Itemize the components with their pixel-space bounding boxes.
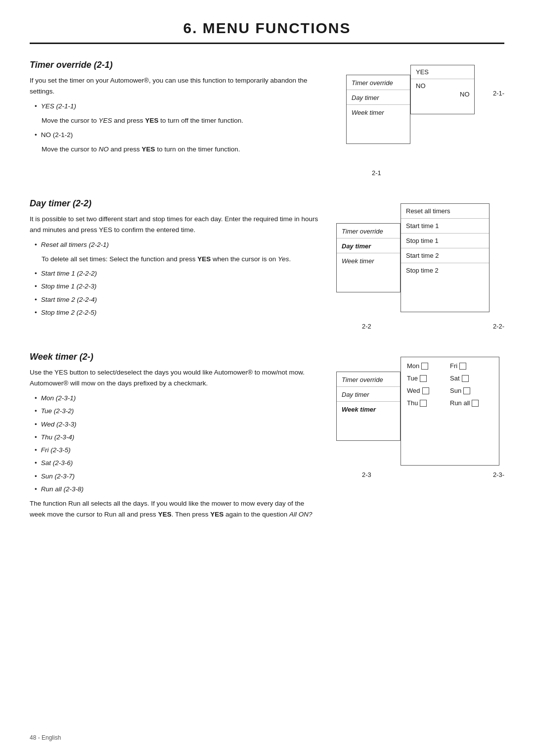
day-thu: Thu [407, 398, 450, 408]
bullet-start1: Start time 1 (2-2-2) [35, 269, 321, 279]
bullet-start1-label: Start time 1 (2-2-2) [41, 269, 97, 279]
day-runall-checkbox [472, 400, 479, 407]
bullet-start2: Start time 2 (2-2-4) [35, 295, 321, 305]
diagram-23-left-label: 2-3 [362, 471, 371, 478]
section-day-timer: Day timer (2-2) It is possible to set tw… [30, 198, 504, 332]
bullet-sat: Sat (2-3-6) [35, 458, 321, 468]
bullet-tue: Tue (2-3-2) [35, 406, 321, 416]
left-box-23-item1: Timer override [337, 372, 400, 387]
day-mon: Mon [407, 361, 450, 371]
bullet-fri-label: Fri (2-3-5) [41, 445, 71, 455]
left-box-23-item3: Week timer [337, 402, 400, 416]
bullet-thu-label: Thu (2-3-4) [41, 432, 75, 442]
section1-left: Timer override (2-1) If you set the time… [30, 60, 321, 179]
day-runall-label: Run all [450, 399, 470, 407]
diagram-22-right-label: 2-2- [493, 323, 504, 330]
day-sun-checkbox [463, 387, 470, 394]
section2-bullets2: Start time 1 (2-2-2) Stop time 1 (2-2-3)… [35, 269, 321, 318]
day-wed-label: Wed [407, 387, 420, 394]
day-sat: Sat [450, 374, 493, 383]
diagram-21-no-label: NO [460, 91, 470, 98]
right-box-22-item2: Start time 1 [401, 219, 489, 234]
left-box-21-item1: Timer override [347, 75, 410, 90]
section2-right: Timer override Day timer Week timer Rese… [336, 198, 504, 332]
left-box-23-item2: Day timer [337, 387, 400, 402]
section1-title: Timer override (2-1) [30, 60, 321, 70]
bullet-sun-label: Sun (2-3-7) [41, 472, 75, 481]
bullet-yes21: YES (2-1-1) [35, 101, 321, 111]
left-box-23: Timer override Day timer Week timer [336, 372, 400, 441]
right-box-23: Mon Fri Tue Sat [400, 357, 499, 466]
bullet-stop2: Stop time 2 (2-2-5) [35, 308, 321, 318]
sub-no212: Move the cursor to NO and press YES to t… [42, 144, 321, 155]
day-wed-checkbox [422, 387, 429, 394]
day-sun: Sun [450, 386, 493, 395]
left-box-22-item1: Timer override [337, 224, 400, 238]
day-runall: Run all [450, 398, 493, 408]
bullet-thu: Thu (2-3-4) [35, 432, 321, 442]
bullet-stop2-label: Stop time 2 (2-2-5) [41, 308, 97, 318]
section-timer-override: Timer override (2-1) If you set the time… [30, 60, 504, 179]
diagram-22: Timer override Day timer Week timer Rese… [336, 203, 504, 332]
day-fri-checkbox [459, 363, 466, 370]
right-box-22-item3: Stop time 1 [401, 234, 489, 248]
bullet-yes21-label: YES (2-1-1) [41, 101, 76, 111]
left-box-22-item3: Week timer [337, 253, 400, 268]
day-thu-checkbox [420, 400, 427, 407]
day-fri: Fri [450, 361, 493, 371]
sub-yes21: Move the cursor to YES and press YES to … [42, 115, 321, 126]
day-tue-checkbox [420, 375, 427, 382]
diagram-23-right-label: 2-3- [493, 471, 504, 478]
left-box-21-item3: Week timer [347, 105, 410, 119]
section2-bullets: Reset all timers (2-2-1) [35, 240, 321, 250]
bullet-start2-label: Start time 2 (2-2-4) [41, 295, 97, 305]
day-mon-checkbox [421, 363, 428, 370]
bullet-mon: Mon (2-3-1) [35, 393, 321, 403]
diagram-21-left-label: 2-1 [372, 169, 381, 177]
diagram-21-right-label: 2-1- [493, 90, 504, 97]
section2-title: Day timer (2-2) [30, 198, 321, 209]
bullet-stop1: Stop time 1 (2-2-3) [35, 282, 321, 291]
diagram-21: Timer override Day timer Week timer YES … [346, 65, 504, 179]
bullet-stop1-label: Stop time 1 (2-2-3) [41, 282, 97, 291]
right-box-22-item5: Stop time 2 [401, 263, 489, 278]
left-box-21: Timer override Day timer Week timer [346, 75, 410, 144]
section3-title: Week timer (2-) [30, 352, 321, 362]
page: 6. MENU FUNCTIONS Timer override (2-1) I… [0, 0, 534, 756]
sub-reset221: To delete all set times: Select the func… [42, 254, 321, 265]
day-mon-label: Mon [407, 362, 419, 370]
page-title: 6. MENU FUNCTIONS [30, 20, 504, 44]
bullet-sun: Sun (2-3-7) [35, 472, 321, 481]
day-grid: Mon Fri Tue Sat [401, 357, 499, 412]
bullet-sat-label: Sat (2-3-6) [41, 458, 73, 468]
diagram-22-left-label: 2-2 [362, 323, 371, 330]
day-sat-checkbox [462, 375, 469, 382]
bullet-runall-label: Run all (2-3-8) [41, 484, 84, 494]
bullet-wed-label: Wed (2-3-3) [41, 420, 77, 429]
right-box-22-item1: Reset all timers [401, 204, 489, 219]
section3-bullets: Mon (2-3-1) Tue (2-3-2) Wed (2-3-3) Thu … [35, 393, 321, 494]
bullet-fri: Fri (2-3-5) [35, 445, 321, 455]
section3-left: Week timer (2-) Use the YES button to se… [30, 352, 321, 524]
day-wed: Wed [407, 386, 450, 395]
bullet-no212-label: NO (2-1-2) [41, 130, 73, 140]
right-box-21: YES NO [410, 65, 475, 114]
day-fri-label: Fri [450, 362, 457, 370]
left-box-21-item2: Day timer [347, 90, 410, 105]
section2-left: Day timer (2-2) It is possible to set tw… [30, 198, 321, 332]
section1-bullets: YES (2-1-1) [35, 101, 321, 111]
right-box-22-item4: Start time 2 [401, 248, 489, 263]
right-box-21-yes: YES [411, 65, 474, 79]
bullet-tue-label: Tue (2-3-2) [41, 406, 74, 416]
bullet-wed: Wed (2-3-3) [35, 420, 321, 429]
right-box-22: Reset all timers Start time 1 Stop time … [400, 203, 490, 312]
section1-right: Timer override Day timer Week timer YES … [336, 60, 504, 179]
day-thu-label: Thu [407, 399, 418, 407]
bullet-no212: NO (2-1-2) [35, 130, 321, 140]
bullet-runall: Run all (2-3-8) [35, 484, 321, 494]
section2-intro: It is possible to set two different star… [30, 214, 321, 235]
day-sat-label: Sat [450, 375, 460, 382]
bullet-mon-label: Mon (2-3-1) [41, 393, 76, 403]
bullet-reset221: Reset all timers (2-2-1) [35, 240, 321, 250]
bullet-reset221-label: Reset all timers (2-2-1) [41, 240, 109, 250]
